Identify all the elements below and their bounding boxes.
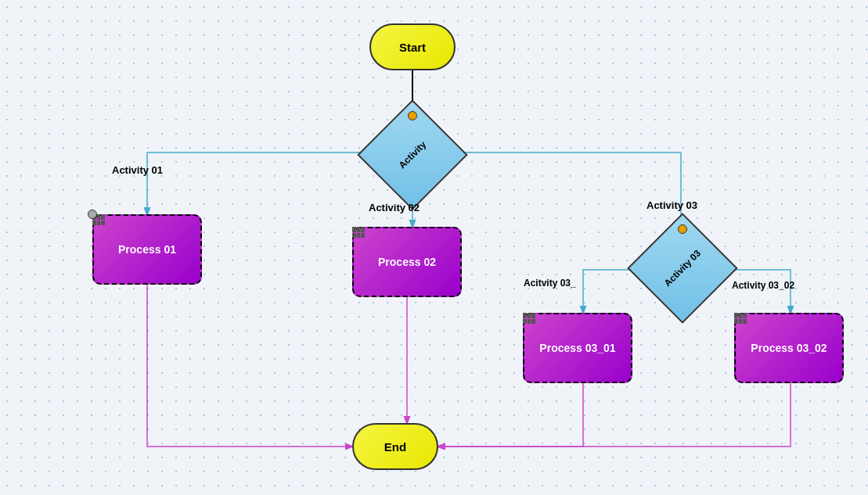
process02-label: Process 02 [378,256,436,268]
process01-label: Process 01 [118,243,176,256]
activity03-dot-yellow [678,224,687,234]
activity-diamond: Activity [373,116,452,194]
end-node: End [352,423,438,470]
process02-grid-icon [352,227,365,238]
process03-01-grid-icon [523,313,535,324]
start-node: Start [369,23,456,70]
start-label: Start [399,41,426,54]
process03-02-box: Process 03_02 [734,313,844,383]
activity03-label: Activity 03 [646,199,697,211]
activity03-01-label: Acitvity 03_ [524,278,576,289]
activity02-label: Activity 02 [369,202,420,213]
activity03-diamond: Activity 03 [643,229,722,307]
process03-01-box: Process 03_01 [523,313,632,383]
process03-01-label: Process 03_01 [539,342,615,354]
activity03-02-label: Activity 03_02 [732,280,794,291]
end-label: End [384,440,406,454]
process01-dot-gray [88,210,97,219]
process02-box: Process 02 [352,227,462,297]
process03-02-label: Process 03_02 [751,342,827,354]
process03-02-grid-icon [734,313,747,324]
process01-box: Process 01 [92,214,202,285]
activity01-label: Activity 01 [112,164,163,176]
activity-dot-yellow [408,111,417,120]
